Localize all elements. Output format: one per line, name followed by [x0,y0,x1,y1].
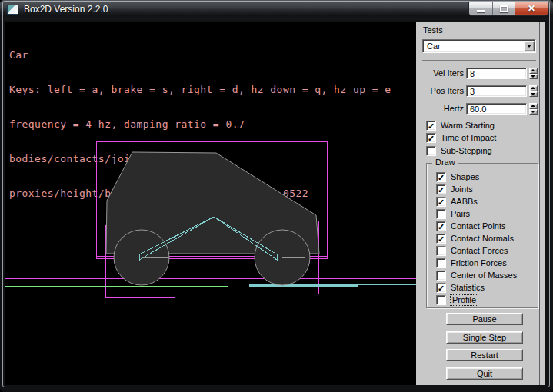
draw-group: ✓ Shapes ✓ Joints ✓ AABBs Pairs ✓ Contac… [426,163,538,308]
right-wheel-shape [255,230,310,285]
spinner-up-icon [531,87,535,89]
maximize-button[interactable] [492,2,515,15]
contact-points-checkbox[interactable]: ✓ [436,221,446,231]
separator [422,60,536,61]
friction-forces-checkbox[interactable] [436,258,446,268]
profile-checkbox[interactable] [436,295,446,305]
spinner-up-icon [531,105,535,107]
spinner-down-icon [531,111,535,113]
contact-normals-label: Contact Normals [451,234,514,244]
joints-checkbox[interactable]: ✓ [436,184,446,194]
shapes-label: Shapes [451,172,479,182]
statistics-label: Statistics [451,283,485,293]
app-icon [7,5,18,15]
pause-button[interactable]: Pause [446,313,523,325]
pos-iters-label: Pos Iters [416,86,464,95]
time-of-impact-label: Time of Impact [441,133,496,143]
tests-selected-value: Car [427,42,441,51]
hertz-label: Hertz [416,104,464,113]
window-title: Box2D Version 2.2.0 [24,0,108,20]
pos-iters-input[interactable] [466,85,527,97]
contact-points-label: Contact Points [451,221,506,231]
box2d-window: Box2D Version 2.2.0 ✕ Car Keys: left = a… [0,0,553,392]
hertz-stepper [529,103,538,115]
spinner-up-icon [531,69,535,71]
vel-iters-row: Vel Iters [416,68,545,80]
spinner-down-icon [531,75,535,78]
contact-forces-checkbox[interactable] [436,246,446,256]
tests-label: Tests [423,25,443,35]
tests-dropdown[interactable]: Car [422,39,536,53]
quit-button-label: Quit [477,369,492,378]
quit-button[interactable]: Quit [446,367,523,380]
pos-iters-stepper [529,85,538,97]
pairs-checkbox[interactable] [436,209,446,219]
shapes-checkbox[interactable]: ✓ [436,172,446,182]
hertz-input[interactable] [466,103,527,115]
spinner-down-icon [531,93,535,95]
pause-button-label: Pause [472,314,496,324]
time-of-impact-checkbox[interactable]: ✓ [426,133,436,143]
center-of-masses-checkbox[interactable] [436,271,446,281]
spinner-up-button[interactable] [529,85,538,91]
debug-draw-scene [5,22,416,385]
contact-forces-label: Contact Forces [451,246,508,256]
vel-iters-label: Vel Iters [416,68,464,78]
simulation-canvas[interactable]: Car Keys: left = a, brake = s, right = d… [5,22,416,385]
minimize-icon [477,10,485,12]
pairs-label: Pairs [451,209,470,219]
friction-forces-label: Friction Forces [451,258,507,268]
title-bar[interactable]: Box2D Version 2.2.0 ✕ [0,0,553,20]
profile-label: Profile [451,295,478,305]
caption-buttons: ✕ [469,2,548,15]
contact-normals-checkbox[interactable]: ✓ [436,234,446,244]
screenshot-root: { "window": { "title": "Box2D Version 2.… [0,0,553,392]
spinner-up-button[interactable] [529,103,538,109]
close-button[interactable]: ✕ [515,2,548,15]
center-of-masses-label: Center of Masses [451,271,517,281]
sub-stepping-checkbox[interactable] [426,146,436,156]
single-step-button[interactable]: Single Step [446,331,523,344]
tests-dropdown-button[interactable] [524,41,535,51]
chevron-down-icon [527,45,531,48]
joints-label: Joints [451,184,473,194]
aabbs-checkbox[interactable]: ✓ [436,197,446,207]
single-step-button-label: Single Step [463,333,506,342]
vel-iters-stepper [529,68,538,79]
warm-starting-checkbox[interactable]: ✓ [426,121,436,131]
left-wheel-shape [114,230,169,285]
close-icon: ✕ [528,2,535,15]
minimize-button[interactable] [469,2,492,15]
spinner-down-button[interactable] [529,109,538,115]
control-panel: Tests Car Vel Iters Pos Iters [416,22,545,385]
warm-starting-label: Warm Starting [441,121,495,131]
maximize-icon [500,5,508,12]
vel-iters-input[interactable] [466,68,527,79]
pos-iters-row: Pos Iters [416,85,545,98]
spinner-down-button[interactable] [529,91,538,98]
spinner-down-button[interactable] [529,74,538,80]
restart-button[interactable]: Restart [446,349,523,361]
restart-button-label: Restart [471,350,498,360]
ground-lines [5,278,416,294]
statistics-checkbox[interactable]: ✓ [436,283,446,293]
aabbs-label: AABBs [451,197,478,207]
hertz-row: Hertz [416,103,545,115]
spinner-up-button[interactable] [529,68,538,74]
sub-stepping-label: Sub-Stepping [441,146,492,156]
draw-group-title: Draw [432,158,458,167]
